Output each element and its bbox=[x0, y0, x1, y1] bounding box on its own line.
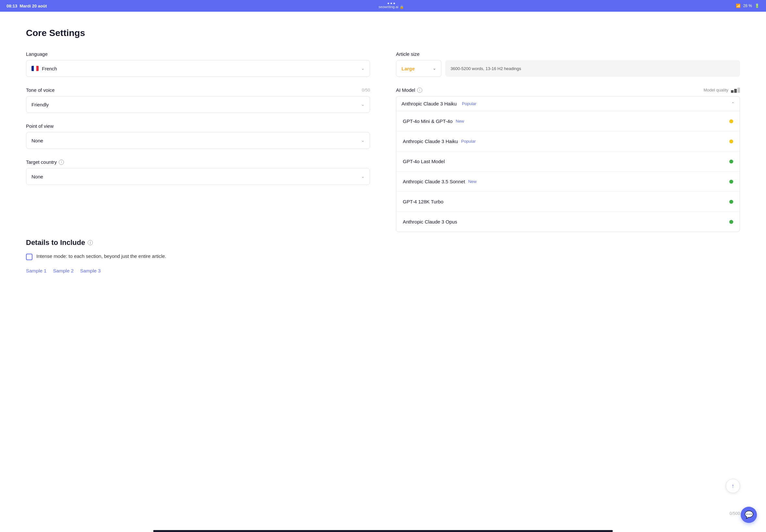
language-dropdown[interactable]: French ⌄ bbox=[26, 60, 370, 77]
country-chevron-icon: ⌄ bbox=[361, 174, 364, 179]
target-country-info-icon[interactable]: i bbox=[59, 160, 64, 165]
article-size-dropdown[interactable]: Large ⌄ bbox=[396, 60, 442, 77]
country-dropdown-content: None bbox=[31, 174, 43, 179]
point-of-view-field-group: Point of view None ⌄ bbox=[26, 123, 370, 149]
quality-bar-3 bbox=[737, 88, 740, 93]
sample-3-link[interactable]: Sample 3 bbox=[80, 268, 101, 273]
ai-model-option-gpt4omini-label: GPT-4o Mini & GPT-4o New bbox=[403, 118, 464, 124]
word-count: 0/500 bbox=[729, 511, 740, 516]
ai-model-dropdown[interactable]: Anthropic Claude 3 Haiku Popular ⌃ GPT-4… bbox=[396, 96, 740, 232]
tone-char-count: 0/50 bbox=[362, 88, 370, 92]
ai-model-option-gpt4turbo-label: GPT-4 128K Turbo bbox=[403, 199, 444, 204]
ai-model-option-gpt4turbo-status-dot bbox=[729, 200, 733, 204]
article-size-description: 3600-5200 words, 13-16 H2 headings bbox=[445, 60, 740, 77]
sample-1-link[interactable]: Sample 1 bbox=[26, 268, 46, 273]
ai-model-options-list: GPT-4o Mini & GPT-4o New Anthropic Claud… bbox=[396, 111, 740, 232]
article-size-row: Large ⌄ 3600-5200 words, 13-16 H2 headin… bbox=[396, 60, 740, 77]
model-quality-section: Model quality bbox=[703, 88, 740, 93]
ai-model-option-claude3opus-status-dot bbox=[729, 220, 733, 224]
article-size-value: Large bbox=[402, 66, 415, 71]
left-column: Language French ⌄ Tone of bbox=[26, 51, 370, 232]
divider-3 bbox=[396, 171, 740, 172]
ai-model-selected-row[interactable]: Anthropic Claude 3 Haiku Popular ⌃ bbox=[396, 96, 740, 111]
tone-dropdown-content: Friendly bbox=[31, 102, 49, 107]
tone-dropdown[interactable]: Friendly ⌄ bbox=[26, 96, 370, 113]
ai-model-option-gpt4omini[interactable]: GPT-4o Mini & GPT-4o New bbox=[396, 114, 740, 128]
divider-1 bbox=[396, 131, 740, 131]
language-dropdown-content: French bbox=[31, 66, 57, 71]
french-flag-icon bbox=[31, 66, 39, 71]
ai-model-option-gpt4olast-status-dot bbox=[729, 160, 733, 163]
divider-4 bbox=[396, 191, 740, 192]
article-size-field-group: Article size Large ⌄ 3600-5200 words, 13… bbox=[396, 51, 740, 77]
chat-icon: 💬 bbox=[745, 511, 753, 519]
intense-mode-label: Intense mode: to each section, beyond ju… bbox=[36, 253, 166, 259]
ai-model-selected-content: Anthropic Claude 3 Haiku Popular bbox=[402, 101, 477, 106]
article-size-chevron-icon: ⌄ bbox=[433, 66, 436, 71]
pov-value: None bbox=[31, 138, 43, 143]
ai-model-option-claude3haiku-label: Anthropic Claude 3 Haiku Popular bbox=[403, 139, 476, 144]
tone-label: Tone of voice bbox=[26, 87, 55, 93]
intense-mode-checkbox[interactable] bbox=[26, 254, 32, 260]
ai-model-option-gpt4olast-label: GPT-4o Last Model bbox=[403, 159, 445, 164]
ai-model-option-claude3haiku-status-dot bbox=[729, 139, 733, 143]
chat-button[interactable]: 💬 bbox=[741, 507, 757, 523]
sample-2-link[interactable]: Sample 2 bbox=[53, 268, 73, 273]
battery-icon: 🔋 bbox=[755, 4, 760, 8]
ai-model-option-gpt4turbo[interactable]: GPT-4 128K Turbo bbox=[396, 194, 740, 209]
status-right: 📶 28 % 🔋 bbox=[736, 4, 760, 8]
point-of-view-dropdown[interactable]: None ⌄ bbox=[26, 132, 370, 149]
target-country-label-row: Target country i bbox=[26, 159, 370, 165]
battery-indicator: 28 % bbox=[743, 4, 752, 8]
quality-bar-2 bbox=[734, 89, 737, 93]
ai-model-option-claude35sonnet[interactable]: Anthropic Claude 3.5 Sonnet New bbox=[396, 174, 740, 189]
wifi-icon: 📶 bbox=[736, 4, 741, 8]
quality-bars bbox=[731, 88, 740, 93]
status-center: seowriting.ai 🔒 bbox=[378, 3, 404, 9]
divider-2 bbox=[396, 151, 740, 151]
ai-model-option-gpt4olast[interactable]: GPT-4o Last Model bbox=[396, 154, 740, 169]
main-content: Core Settings Language French ⌄ bbox=[0, 12, 766, 532]
details-section: Details to Include i Intense mode: to ea… bbox=[26, 238, 740, 273]
country-value: None bbox=[31, 174, 43, 179]
quality-bar-1 bbox=[731, 90, 734, 93]
pov-dropdown-content: None bbox=[31, 138, 43, 143]
settings-grid: Language French ⌄ Tone of bbox=[26, 51, 740, 232]
samples-row: Sample 1 Sample 2 Sample 3 bbox=[26, 268, 740, 273]
ai-model-label: AI Model i bbox=[396, 87, 422, 93]
ai-model-option-claude35sonnet-label: Anthropic Claude 3.5 Sonnet New bbox=[403, 179, 477, 184]
intense-mode-row: Intense mode: to each section, beyond ju… bbox=[26, 253, 740, 260]
ai-model-field-group: AI Model i Model quality bbox=[396, 87, 740, 232]
ai-model-option-claude35sonnet-status-dot bbox=[729, 180, 733, 184]
ai-model-option-claude3opus-label: Anthropic Claude 3 Opus bbox=[403, 219, 457, 224]
scroll-top-arrow-icon: ↑ bbox=[732, 483, 735, 490]
article-size-label: Article size bbox=[396, 51, 740, 57]
point-of-view-label: Point of view bbox=[26, 123, 370, 129]
model-quality-label: Model quality bbox=[703, 88, 728, 92]
tone-label-row: Tone of voice 0/50 bbox=[26, 87, 370, 93]
details-info-icon[interactable]: i bbox=[88, 240, 93, 245]
target-country-field-group: Target country i None ⌄ bbox=[26, 159, 370, 185]
pov-chevron-icon: ⌄ bbox=[361, 138, 364, 143]
bottom-navigation-bar bbox=[153, 530, 613, 532]
ai-model-info-icon[interactable]: i bbox=[417, 88, 422, 93]
tone-chevron-icon: ⌄ bbox=[361, 102, 364, 107]
language-field-group: Language French ⌄ bbox=[26, 51, 370, 77]
ai-model-option-claude3haiku[interactable]: Anthropic Claude 3 Haiku Popular bbox=[396, 134, 740, 149]
ai-model-header: AI Model i Model quality bbox=[396, 87, 740, 93]
details-title: Details to Include i bbox=[26, 238, 740, 247]
language-label: Language bbox=[26, 51, 370, 57]
target-country-dropdown[interactable]: None ⌄ bbox=[26, 168, 370, 185]
ai-model-selected-name: Anthropic Claude 3 Haiku bbox=[402, 101, 457, 106]
status-bar: 08:13 Mardi 20 août seowriting.ai 🔒 📶 28… bbox=[0, 0, 766, 12]
tone-value: Friendly bbox=[31, 102, 49, 107]
page-title: Core Settings bbox=[26, 28, 740, 38]
ai-model-option-claude3opus[interactable]: Anthropic Claude 3 Opus bbox=[396, 214, 740, 229]
scroll-top-button[interactable]: ↑ bbox=[726, 479, 740, 493]
status-time-date: 08:13 Mardi 20 août bbox=[6, 4, 47, 8]
right-column: Article size Large ⌄ 3600-5200 words, 13… bbox=[396, 51, 740, 232]
language-chevron-icon: ⌄ bbox=[361, 66, 364, 71]
ai-model-chevron-up-icon: ⌃ bbox=[731, 102, 735, 106]
tone-of-voice-field-group: Tone of voice 0/50 Friendly ⌄ bbox=[26, 87, 370, 113]
language-value: French bbox=[42, 66, 57, 71]
